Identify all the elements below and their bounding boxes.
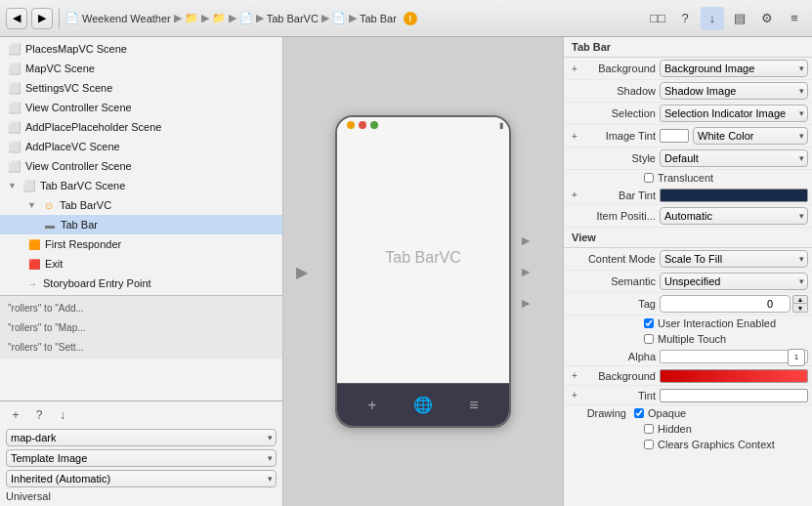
lb-row-4: Universal (6, 490, 277, 502)
rp-bar-tint-color[interactable] (660, 189, 808, 202)
rp-bg-select[interactable]: Background Image (660, 60, 808, 77)
rp-view-header: View (564, 228, 812, 248)
vc-icon: ⬜ (8, 120, 21, 134)
rp-semantic-row: Semantic Unspecified (564, 271, 812, 293)
rp-plus-tint[interactable]: + (568, 131, 581, 142)
tabbarvc-icon: ⊙ (42, 198, 56, 212)
lb-field3-wrapper[interactable]: Inherited (Automatic) (6, 470, 277, 487)
rp-clears-row: Clears Graphics Context (564, 437, 812, 452)
rp-cm-wrapper[interactable]: Scale To Fill (660, 250, 808, 268)
connection-1[interactable]: "rollers" to "Add... (0, 298, 282, 317)
scene-tab-barvc[interactable]: ▼ ⊙ Tab BarVC (0, 195, 282, 215)
rp-sel-select-wrapper[interactable]: Selection Indicator Image (660, 105, 808, 122)
lb-help-btn[interactable]: ? (29, 405, 49, 425)
rp-tab-bar-header: Tab Bar (564, 37, 812, 58)
rp-plus-bg[interactable]: + (568, 63, 581, 74)
scene-exit[interactable]: 🟥 Exit (0, 254, 282, 274)
menu-icon[interactable]: ≡ (783, 7, 806, 30)
rp-clears-checkbox[interactable] (644, 440, 654, 449)
lb-plus-btn[interactable]: + (6, 405, 25, 425)
rp-interaction-row: User Interaction Enabled (564, 316, 812, 331)
rp-alpha-knob[interactable]: 1 (788, 349, 805, 366)
rp-translucent-label: Translucent (658, 172, 713, 184)
lb-universal-label: Universal (6, 490, 51, 502)
help-icon[interactable]: ? (673, 7, 697, 30)
rp-cm-select[interactable]: Scale To Fill (660, 250, 808, 268)
scene-first-responder[interactable]: 🟧 First Responder (0, 234, 282, 254)
rp-opaque-label: Opaque (648, 407, 686, 419)
connection-2[interactable]: "rollers" to "Map... (0, 317, 282, 337)
rp-sel-label: Selection (581, 107, 660, 119)
toolbar-right: □□ ? ↓ ▤ ⚙ ≡ (646, 7, 806, 30)
rp-bg-color-bar[interactable] (660, 369, 808, 383)
rp-selection-row: Selection Selection Indicator Image (564, 103, 812, 125)
tab-icon-globe: 🌐 (408, 391, 438, 420)
rp-tint-color-bar[interactable] (660, 389, 808, 402)
scene-label: Tab Bar (61, 219, 98, 231)
main-content: ⬜ PlacesMapVC Scene ⬜ MapVC Scene ⬜ Sett… (0, 37, 812, 506)
panels-icon[interactable]: □□ (646, 7, 669, 30)
rp-sel-select[interactable]: Selection Indicator Image (660, 105, 808, 122)
vc-icon: ⬜ (8, 62, 21, 75)
rp-image-tint-select-wrapper[interactable]: White Color (693, 127, 808, 145)
download-icon[interactable]: ↓ (701, 7, 724, 30)
scene-tab-bar[interactable]: ▬ Tab Bar (0, 215, 282, 234)
back-button[interactable]: ◀ (6, 8, 27, 29)
rp-bg-select-wrapper[interactable]: Background Image (660, 60, 808, 77)
rp-opaque-checkbox[interactable] (634, 408, 644, 418)
breadcrumb-tab-bar[interactable]: Tab Bar (360, 13, 397, 24)
rp-tag-stepper-up[interactable]: ▲ (792, 295, 808, 304)
connection-3[interactable]: "rollers" to "Sett... (0, 337, 282, 357)
rp-multitouch-checkbox[interactable] (644, 334, 654, 344)
rp-shadow-row: Shadow Shadow Image (564, 80, 812, 103)
rp-sem-select[interactable]: Unspecified (660, 273, 808, 290)
rp-item-pos-select[interactable]: Automatic (660, 207, 808, 225)
lb-field3[interactable]: Inherited (Automatic) (6, 470, 277, 487)
rp-image-tint-row: + Image Tint White Color (564, 125, 812, 148)
rp-item-pos-wrapper[interactable]: Automatic (660, 207, 808, 225)
scene-tab-barvc-scene[interactable]: ▼ ⬜ Tab BarVC Scene (0, 176, 282, 195)
breadcrumb-tab-barvc[interactable]: Tab BarVC (267, 13, 319, 24)
scene-places-map[interactable]: ⬜ PlacesMapVC Scene (0, 39, 282, 59)
lb-field1[interactable]: map-dark (6, 429, 277, 446)
lb-field1-wrapper[interactable]: map-dark (6, 429, 277, 446)
rp-tint-row: + Tint (564, 386, 812, 405)
rp-translucent-checkbox[interactable] (644, 173, 654, 183)
rp-tag-stepper-down[interactable]: ▼ (792, 304, 808, 313)
rp-plus-bg-color[interactable]: + (568, 370, 581, 381)
scene-settings[interactable]: ⬜ SettingsVC Scene (0, 78, 282, 98)
fr-icon: 🟧 (27, 237, 41, 251)
scene-map[interactable]: ⬜ MapVC Scene (0, 59, 282, 78)
lb-field2[interactable]: Template Image (6, 449, 277, 467)
settings-icon[interactable]: ⚙ (755, 7, 779, 30)
scene-addplace[interactable]: ⬜ AddPlaceVC Scene (0, 137, 282, 156)
rp-image-tint-select[interactable]: White Color (693, 127, 808, 145)
rp-shadow-select[interactable]: Shadow Image (660, 82, 808, 100)
lb-field2-wrapper[interactable]: Template Image (6, 449, 277, 467)
window-controls (347, 121, 378, 129)
scene-addplaceholder[interactable]: ⬜ AddPlacePlaceholder Scene (0, 117, 282, 137)
rp-plus-bartint[interactable]: + (568, 190, 581, 200)
lb-download-btn[interactable]: ↓ (53, 405, 72, 425)
rp-shadow-select-wrapper[interactable]: Shadow Image (660, 82, 808, 100)
breadcrumb-project[interactable]: Weekend Weather (82, 13, 171, 24)
rp-tint-color-label: Tint (581, 390, 660, 401)
breadcrumb-doc-icon: 📄 (65, 12, 79, 24)
rp-plus-tint-color[interactable]: + (568, 390, 581, 401)
scene-viewcontroller1[interactable]: ⬜ View Controller Scene (0, 98, 282, 117)
rp-image-tint-label: Image Tint (581, 130, 660, 142)
scene-list: ⬜ PlacesMapVC Scene ⬜ MapVC Scene ⬜ Sett… (0, 37, 282, 401)
inspector-icon[interactable]: ▤ (728, 7, 751, 30)
scene-label: MapVC Scene (25, 63, 95, 74)
rp-hidden-checkbox[interactable] (644, 424, 654, 434)
scene-storyboard-entry[interactable]: → Storyboard Entry Point (0, 274, 282, 293)
scene-viewcontroller2[interactable]: ⬜ View Controller Scene (0, 156, 282, 176)
rp-style-select-wrapper[interactable]: Default (660, 149, 808, 167)
rp-interaction-checkbox[interactable] (644, 318, 654, 328)
rp-sem-wrapper[interactable]: Unspecified (660, 273, 808, 290)
forward-button[interactable]: ▶ (31, 8, 53, 29)
rp-style-select[interactable]: Default (660, 149, 808, 167)
rp-image-tint-color[interactable] (660, 129, 689, 143)
rp-tag-input[interactable] (660, 295, 791, 313)
scene-label: Tab BarVC Scene (40, 180, 125, 191)
